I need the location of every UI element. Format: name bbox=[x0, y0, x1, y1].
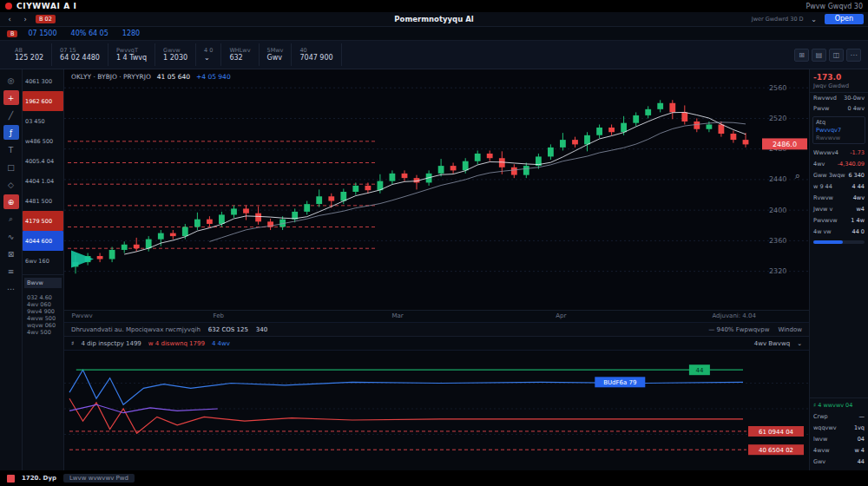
price-level-row[interactable]: 4481 500 bbox=[23, 191, 63, 211]
right-lower-row[interactable]: lwvw04 bbox=[810, 433, 868, 444]
indicator-title[interactable]: 4 dip inspctpy 1499 bbox=[81, 340, 141, 347]
right-lower-row[interactable]: 4wvww 4 bbox=[810, 444, 868, 456]
left-lower-header[interactable]: Bwvw bbox=[24, 278, 62, 288]
pattern-icon[interactable]: ◇ bbox=[3, 177, 19, 192]
right-panel-stats: Wwvwv4-1.734wv-4,340.09Gww 3wqw6 340w 9 … bbox=[810, 147, 868, 237]
tab-chip[interactable]: B 02 bbox=[36, 15, 56, 23]
right-lower-value: w 4 bbox=[854, 447, 865, 454]
chart-zoom-icon[interactable]: ⌕ bbox=[795, 170, 800, 181]
toolbar-group-4[interactable]: 4 0⌄ bbox=[196, 43, 221, 66]
right-stat-value: 4wv bbox=[853, 194, 865, 201]
right-section-title: Atq bbox=[816, 119, 862, 126]
left-lower-row[interactable]: 9wv4 900 bbox=[24, 308, 62, 315]
price-level-row[interactable]: 1962 600 bbox=[23, 91, 63, 111]
svg-text:61 0944 04: 61 0944 04 bbox=[759, 429, 794, 436]
toolbar-group-label: Gwvw bbox=[163, 47, 187, 54]
page-title: Pomermnotyyqu Al bbox=[394, 15, 473, 23]
progress-bar bbox=[813, 240, 865, 244]
toolbar-group-3[interactable]: Gwvw1 2030 bbox=[155, 43, 196, 66]
toolbar-group-label: 40 bbox=[299, 47, 332, 54]
rectangle-icon[interactable]: □ bbox=[3, 160, 19, 174]
price-level-row[interactable]: 4044 600 bbox=[23, 231, 63, 251]
wave-icon[interactable]: ∿ bbox=[3, 229, 19, 244]
layout-button-1-icon[interactable]: ▤ bbox=[812, 49, 826, 62]
quote-value: 1280 bbox=[122, 30, 140, 37]
price-level-row[interactable]: 6wv 160 bbox=[23, 251, 63, 271]
main-chart-area[interactable]: OKLYY · BYBJO · PRYYRJO 41 05 640 +4 05 … bbox=[64, 69, 809, 311]
right-lower-header[interactable]: ♯ 4 wwvwv 04 bbox=[810, 400, 868, 410]
right-stat-value: 4 44 bbox=[852, 183, 865, 190]
price-level-row[interactable]: 4404 1.04 bbox=[23, 171, 63, 191]
fib-retracement-icon[interactable]: ƒ bbox=[3, 125, 19, 140]
toolbar-group-6[interactable]: 5MwvGwv bbox=[260, 43, 293, 66]
layout-button-0-icon[interactable]: ⊞ bbox=[794, 49, 809, 62]
back-button[interactable]: ‹ bbox=[4, 16, 15, 23]
left-lower-row[interactable]: 4wvw 500 bbox=[24, 315, 62, 322]
toolbar-group-value: 125 202 bbox=[15, 54, 43, 62]
toolbar-group-value: Gwv bbox=[267, 54, 284, 62]
right-panel-meta: Rwvwvd30-0wvPwvw0 4wv bbox=[810, 93, 868, 114]
more-icon[interactable]: ⋯ bbox=[3, 281, 19, 296]
price-level-row[interactable]: 03 450 bbox=[23, 111, 63, 131]
left-lower-row[interactable]: 4wv 500 bbox=[24, 329, 62, 336]
right-lower-label: 4wvw bbox=[813, 447, 830, 454]
toolbar-group-0[interactable]: AB125 202 bbox=[7, 43, 52, 66]
right-lower-row[interactable]: wqqvwv1vq bbox=[810, 422, 868, 433]
indicator-collapse-icon[interactable]: ⌄ bbox=[797, 340, 802, 347]
price-level-row[interactable]: w486 500 bbox=[23, 131, 63, 151]
crosshair-icon[interactable]: + bbox=[3, 90, 19, 105]
right-stat-row: 4wv-4,340.09 bbox=[810, 158, 868, 169]
right-meta-row: Pwvw0 4wv bbox=[810, 103, 868, 114]
status-icon bbox=[7, 475, 15, 483]
collapse-button[interactable]: ⌄ bbox=[809, 16, 819, 23]
cursor-icon[interactable]: ◎ bbox=[3, 73, 19, 88]
window-menu[interactable]: Window bbox=[778, 326, 802, 333]
left-lower-row[interactable]: 032 4.60 bbox=[24, 294, 62, 301]
layout-button-2-icon[interactable]: ◫ bbox=[829, 49, 844, 62]
candlestick-chart[interactable]: 25602520248024402400236023202486.0 bbox=[64, 69, 809, 310]
toolbar-group-1[interactable]: 07 1564 02 4480 bbox=[52, 43, 108, 66]
price-level-row[interactable]: 4179 500 bbox=[23, 211, 63, 231]
open-button[interactable]: Open bbox=[825, 14, 864, 24]
forward-button[interactable]: › bbox=[20, 16, 30, 23]
toolbar-group-5[interactable]: WHLwv632 bbox=[221, 43, 259, 66]
svg-text:2560: 2560 bbox=[769, 84, 786, 92]
right-panel-link[interactable]: Pwvvqv7 bbox=[816, 127, 862, 134]
right-stat-label: Jwvw v bbox=[813, 206, 832, 213]
toolbar-group-7[interactable]: 407047 900 bbox=[292, 43, 341, 66]
progress-fill bbox=[813, 240, 843, 244]
zoom-tool-icon[interactable]: ⌕ bbox=[3, 212, 19, 227]
right-meta-row: Rwvwvd30-0wv bbox=[810, 93, 868, 103]
target-icon[interactable]: ⊕ bbox=[3, 194, 19, 209]
right-lower-row[interactable]: Gwv44 bbox=[810, 456, 868, 467]
left-lower-row[interactable]: wqvw 060 bbox=[24, 322, 62, 329]
quotebar: B 07 150040% 64 051280 bbox=[0, 27, 868, 41]
indicator-settings[interactable]: 4wv Bwvwq bbox=[754, 340, 790, 347]
right-stat-row: Jwvw vw4 bbox=[810, 203, 868, 214]
svg-text:44: 44 bbox=[695, 367, 703, 374]
left-lower-row[interactable]: 4wv 060 bbox=[24, 301, 62, 308]
market-chip[interactable]: B bbox=[7, 30, 17, 37]
indicator-chart[interactable]: 61 0944 0440 6504 02BUdF6a 7944 bbox=[64, 351, 809, 470]
right-meta-value: 30-0wv bbox=[844, 95, 865, 102]
right-stat-row: Rvwvw4wv bbox=[810, 192, 868, 203]
trendline-icon[interactable]: ╱ bbox=[3, 108, 19, 122]
toolbar-group-2[interactable]: PwvvqT1 4 Twvq bbox=[108, 43, 155, 66]
price-level-row[interactable]: 4005.4 04 bbox=[23, 151, 63, 171]
layout-button-3-icon[interactable]: ⋯ bbox=[846, 49, 861, 62]
right-stat-row: Gww 3wqw6 340 bbox=[810, 169, 868, 181]
right-panel-section: Atq Pwvvqv7 Rwvwvw bbox=[812, 116, 865, 144]
status-pill[interactable]: Lwvw wvwvwv Pwd bbox=[63, 474, 135, 483]
right-stat-label: Pwvwvw bbox=[813, 217, 838, 224]
text-tool-icon[interactable]: T bbox=[3, 142, 19, 157]
toolbar-group-label: AB bbox=[15, 47, 43, 54]
price-level-row[interactable]: 4061 300 bbox=[23, 71, 63, 91]
svg-text:2400: 2400 bbox=[769, 207, 786, 214]
right-stat-label: Rvwvw bbox=[813, 194, 833, 201]
right-meta-label: Pwvw bbox=[813, 105, 829, 112]
toolbar-group-label: 5Mwv bbox=[267, 47, 284, 54]
right-lower-row[interactable]: Crwp— bbox=[810, 410, 868, 422]
lock-icon[interactable]: ⊠ bbox=[3, 246, 19, 261]
time-axis[interactable]: PwvwvFebMarAprAdjuvani: 4.04 bbox=[64, 311, 809, 323]
layers-icon[interactable]: ≡ bbox=[3, 264, 19, 279]
